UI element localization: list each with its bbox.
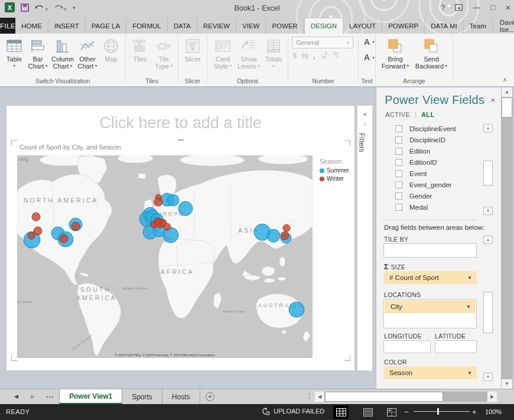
fields-pane-close-icon[interactable]: × <box>490 96 495 105</box>
tab-powerp[interactable]: POWERP <box>382 18 425 34</box>
map-bubble-winter[interactable] <box>34 227 42 235</box>
field-row[interactable]: DisciplineEvent <box>386 123 474 134</box>
vertical-scrollbar[interactable]: ▲ ▼ <box>501 87 513 389</box>
size-well[interactable]: # Count of Sport ▼ <box>383 271 477 284</box>
map-bubble-winter[interactable] <box>283 224 290 232</box>
map-bubble-winter[interactable] <box>28 232 35 239</box>
tab-insert[interactable]: INSERT <box>48 18 86 34</box>
field-row[interactable]: DisciplineID <box>386 134 474 145</box>
table-button[interactable]: Table ▾ <box>2 35 26 70</box>
tile-by-well[interactable] <box>383 243 477 258</box>
horizontal-scrollbar[interactable]: ◀ ▶ <box>315 392 497 402</box>
tab-power[interactable]: POWER <box>266 18 304 34</box>
world-map[interactable]: NORTH AMERICA EUROPE ASIA AFRICA SOUTH A… <box>17 155 313 358</box>
zoom-slider-track[interactable] <box>414 411 470 412</box>
scroll-thumb[interactable] <box>502 97 512 118</box>
upload-status[interactable]: UPLOAD FAILED <box>262 407 324 415</box>
ribbon-display-options-icon[interactable]: ▲ <box>455 4 463 11</box>
filters-close-icon[interactable]: × <box>357 110 372 119</box>
bing-map[interactable]: NORTH AMERICA EUROPE ASIA AFRICA SOUTH A… <box>17 155 313 358</box>
field-row[interactable]: Gender <box>386 190 474 201</box>
locations-field-pill[interactable]: City ▼ <box>385 300 476 313</box>
zoom-in-icon[interactable]: + <box>472 408 477 416</box>
areas-scrollbar[interactable]: ▲ ▼ <box>483 236 493 381</box>
zoom-out-icon[interactable]: − <box>404 408 409 416</box>
scroll-down-icon[interactable]: ▼ <box>502 379 512 389</box>
size-field-pill[interactable]: # Count of Sport ▼ <box>383 271 477 284</box>
field-row[interactable]: Event <box>386 168 474 179</box>
other-chart-button[interactable]: Other Chart▾ <box>76 35 99 70</box>
zoom-slider-handle[interactable] <box>437 408 439 415</box>
field-checkbox[interactable] <box>395 125 402 132</box>
percent-style-icon[interactable]: % <box>301 51 308 60</box>
increase-decimal-icon[interactable]: ←.0.00 <box>320 52 327 60</box>
card-style-button[interactable]: Card Style▾ <box>210 35 236 70</box>
scroll-up-icon[interactable]: ▲ <box>483 124 493 132</box>
bar-chart-button[interactable]: Bar Chart▾ <box>26 35 50 70</box>
scroll-left-icon[interactable]: ◀ <box>315 392 324 402</box>
tab-review[interactable]: REVIEW <box>197 18 236 34</box>
field-dropdown-icon[interactable]: ▼ <box>467 370 472 376</box>
canvas-title-placeholder[interactable]: Click here to add a title <box>6 114 354 132</box>
tab-design[interactable]: DESIGN <box>304 18 343 34</box>
field-list-scrollbar[interactable]: ▲ ▼ <box>483 124 493 215</box>
page-break-view-button[interactable] <box>384 405 399 419</box>
map-bubble-summer[interactable] <box>267 229 280 242</box>
map-bubble-winter[interactable] <box>281 232 289 240</box>
minimize-icon[interactable]: — <box>473 3 480 12</box>
field-row[interactable]: Edition <box>386 145 474 157</box>
decrease-decimal-icon[interactable]: .00→.0 <box>332 52 339 60</box>
totals-button[interactable]: Totals ▾ <box>262 35 285 70</box>
field-checkbox[interactable] <box>395 193 402 200</box>
map-bubble-winter[interactable] <box>164 223 171 230</box>
tab-active-fields[interactable]: ACTIVE <box>385 111 410 118</box>
tab-file[interactable]: FILE <box>0 18 15 34</box>
selection-handle[interactable] <box>178 139 184 141</box>
zoom-level[interactable]: 100% <box>485 408 502 415</box>
map-bubble-summer[interactable] <box>167 194 179 206</box>
color-field-pill[interactable]: Season ▼ <box>383 366 477 379</box>
tab-home[interactable]: HOME <box>15 18 48 34</box>
tab-data[interactable]: DATA <box>168 18 197 34</box>
field-checkbox[interactable] <box>395 148 402 155</box>
filters-expand-icon[interactable]: › <box>357 120 372 128</box>
scroll-up-icon[interactable]: ▲ <box>502 87 512 97</box>
normal-view-button[interactable] <box>333 405 349 419</box>
bring-forward-button[interactable]: Bring Forward▾ <box>378 35 412 70</box>
field-checkbox[interactable] <box>395 159 402 166</box>
sheet-nav-right-icon[interactable]: ▶ <box>31 393 35 399</box>
close-icon[interactable]: × <box>505 2 510 12</box>
comma-style-icon[interactable]: , <box>313 51 315 60</box>
accounting-format-icon[interactable]: $ <box>293 52 297 59</box>
field-dropdown-icon[interactable]: ▼ <box>466 304 471 310</box>
field-checkbox[interactable] <box>395 181 402 188</box>
scroll-thumb[interactable] <box>483 292 493 333</box>
sheet-tab-sports[interactable]: Sports <box>122 389 162 404</box>
field-row[interactable]: Medal <box>386 201 474 213</box>
longitude-well[interactable] <box>383 340 431 353</box>
map-chart-container[interactable]: Count of Sport by City, and Season <box>11 140 350 361</box>
field-dropdown-icon[interactable]: ▼ <box>467 275 472 281</box>
field-row[interactable]: Event_gender <box>386 179 474 190</box>
field-checkbox[interactable] <box>395 170 402 177</box>
new-sheet-button[interactable]: + <box>206 392 214 401</box>
legend-item[interactable]: Summer <box>320 167 353 174</box>
map-bubble-winter[interactable] <box>154 198 162 206</box>
increase-font-button[interactable]: A ▲ <box>361 36 373 49</box>
map-bubble-summer[interactable] <box>178 201 193 216</box>
sheet-tab-hosts[interactable]: Hosts <box>162 389 200 404</box>
scroll-down-icon[interactable]: ▼ <box>483 207 493 215</box>
slicer-button[interactable]: Slicer <box>181 35 204 63</box>
tile-type-button[interactable]: Tile Type▾ <box>152 35 175 70</box>
map-bubble-summer[interactable] <box>289 302 304 317</box>
scroll-up-icon[interactable]: ▲ <box>483 236 493 244</box>
more-sheets-button[interactable]: ... <box>46 391 54 399</box>
decrease-font-button[interactable]: A ▼ <box>361 51 373 64</box>
scroll-down-icon[interactable]: ▼ <box>483 373 493 381</box>
number-format-select[interactable]: General ▾ <box>292 37 353 48</box>
maximize-icon[interactable]: □ <box>490 3 495 12</box>
sheet-nav-left-icon[interactable]: ◀ <box>14 393 18 399</box>
latitude-well[interactable] <box>435 340 477 353</box>
scroll-thumb[interactable] <box>325 392 443 402</box>
tab-view[interactable]: VIEW <box>236 18 266 34</box>
